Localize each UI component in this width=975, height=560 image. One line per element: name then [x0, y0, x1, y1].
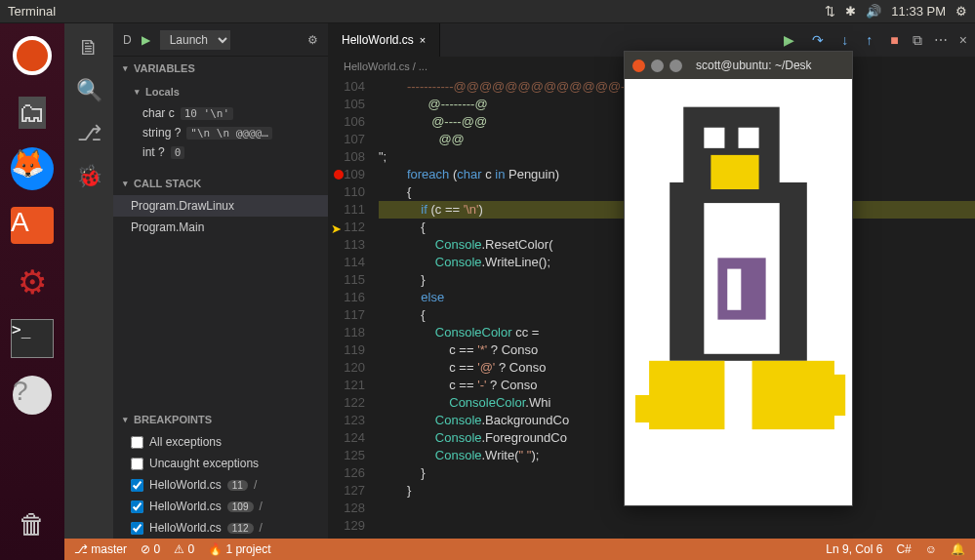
stack-frame[interactable]: Program.Main [113, 217, 328, 238]
network-icon[interactable]: ⇅ [825, 4, 835, 19]
language-mode[interactable]: C# [896, 542, 911, 556]
notifications-icon[interactable]: 🔔 [951, 542, 965, 556]
debug-config-select[interactable]: Launch [160, 30, 230, 50]
ubuntu-dash-icon[interactable] [6, 29, 59, 82]
debug-sidebar: D ▶ Launch ⚙ VARIABLES Locals char c10 '… [113, 23, 328, 539]
svg-rect-5 [739, 128, 759, 148]
stack-frame[interactable]: Program.DrawLinux [113, 195, 328, 217]
terminal-output [625, 79, 852, 505]
split-editor-icon[interactable]: ⧉ [913, 32, 922, 49]
variable-row[interactable]: string ?"\n \n @@@@… [113, 123, 328, 142]
bp-entry[interactable]: HelloWorld.cs109/ [113, 496, 328, 517]
firefox-icon[interactable]: 🦊 [6, 142, 59, 195]
files-icon[interactable]: 🗂 [6, 86, 59, 139]
tux-penguin-art [629, 83, 848, 501]
window-maximize-button[interactable] [670, 60, 682, 72]
breakpoints-header[interactable]: BREAKPOINTS [113, 408, 328, 431]
terminal-title: scott@ubuntu: ~/Desk [696, 59, 812, 72]
cursor-position[interactable]: Ln 9, Col 6 [826, 542, 882, 556]
bp-all-exceptions[interactable]: All exceptions [113, 431, 328, 453]
debug-icon[interactable]: 🐞 [76, 164, 102, 189]
step-into-button[interactable]: ↓ [841, 32, 848, 48]
unity-launcher: 🗂 🦊 A ⚙ >_ ? 🗑 [0, 23, 64, 560]
clock[interactable]: 11:33 PM [891, 4, 946, 19]
window-close-button[interactable] [632, 60, 645, 72]
explorer-icon[interactable]: 🗎 [78, 35, 100, 60]
trash-icon[interactable]: 🗑 [6, 498, 59, 550]
svg-rect-6 [711, 155, 758, 189]
terminal-window[interactable]: scott@ubuntu: ~/Desk [624, 51, 853, 506]
svg-rect-7 [717, 258, 765, 319]
svg-rect-8 [727, 269, 741, 310]
start-debug-button[interactable]: ▶ [142, 33, 150, 47]
activity-bar: 🗎 🔍 ⎇ 🐞 [64, 23, 113, 539]
bp-uncaught[interactable]: Uncaught exceptions [113, 453, 328, 474]
continue-button[interactable]: ▶ [784, 32, 794, 48]
search-icon[interactable]: 🔍 [76, 78, 102, 103]
system-icon[interactable]: ⚙ [955, 4, 967, 19]
callstack-header[interactable]: CALL STACK [113, 172, 328, 195]
stop-button[interactable]: ■ [890, 32, 898, 48]
svg-rect-4 [704, 128, 724, 148]
bluetooth-icon[interactable]: ✱ [845, 4, 856, 19]
feedback-icon[interactable]: ☺ [925, 542, 937, 556]
bp-entry[interactable]: HelloWorld.cs112/ [113, 517, 328, 539]
close-editor-icon[interactable]: × [959, 32, 967, 49]
locals-header[interactable]: Locals [113, 80, 328, 103]
errors-status[interactable]: ⊘ 0 [141, 542, 160, 556]
variable-row[interactable]: char c10 '\n' [113, 103, 328, 123]
window-minimize-button[interactable] [651, 60, 664, 72]
svg-rect-12 [821, 375, 845, 416]
debug-settings-icon[interactable]: ⚙ [307, 33, 318, 47]
settings-icon[interactable]: ⚙ [6, 256, 59, 308]
step-over-button[interactable]: ↷ [812, 32, 824, 48]
variable-row[interactable]: int ?0 [113, 142, 328, 162]
help-icon[interactable]: ? [6, 369, 59, 421]
terminal-icon[interactable]: >_ [6, 312, 59, 365]
variables-header[interactable]: VARIABLES [113, 57, 328, 80]
close-tab-icon[interactable]: × [420, 34, 426, 46]
window-title: Terminal [8, 4, 56, 19]
svg-rect-11 [635, 395, 663, 422]
volume-icon[interactable]: 🔊 [866, 4, 881, 19]
status-bar: ⎇ master ⊘ 0 ⚠ 0 🔥 1 project Ln 9, Col 6… [64, 539, 975, 560]
project-status[interactable]: 🔥 1 project [208, 542, 270, 556]
bp-entry[interactable]: HelloWorld.cs11/ [113, 474, 328, 496]
tab-helloworld[interactable]: HelloWorld.cs× [328, 23, 440, 57]
software-center-icon[interactable]: A [6, 199, 59, 252]
step-out-button[interactable]: ↑ [866, 32, 873, 48]
branch-status[interactable]: ⎇ master [74, 542, 127, 556]
warnings-status[interactable]: ⚠ 0 [174, 542, 194, 556]
more-icon[interactable]: ⋯ [934, 32, 948, 49]
debug-toolbar: ▶ ↷ ↓ ↑ ■ [770, 32, 912, 48]
git-icon[interactable]: ⎇ [77, 121, 102, 146]
debug-letter: D [123, 33, 132, 47]
